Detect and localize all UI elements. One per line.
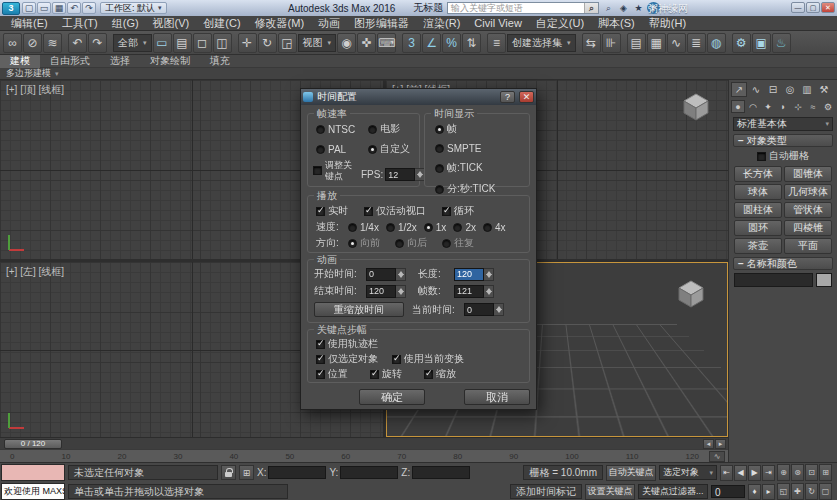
time-slider-button[interactable]: 0 / 120 [4, 439, 62, 449]
helpers-category-icon[interactable]: ⊹ [791, 100, 805, 113]
end-time-value[interactable]: 120 [366, 285, 396, 298]
select-and-move-icon[interactable]: ✛ [238, 33, 257, 53]
min-sec-tick-radio[interactable]: 分:秒:TICK [435, 182, 495, 196]
viewcube[interactable] [682, 92, 710, 122]
go-to-start-button[interactable]: ⇤ [720, 465, 733, 481]
absolute-offset-mode-icon[interactable]: ⊞ [239, 465, 254, 480]
frame-tick-radio[interactable]: 帧:TICK [435, 161, 495, 175]
keyboard-shortcut-override-icon[interactable]: ⌨ [377, 33, 396, 53]
z-coordinate-field[interactable] [412, 466, 470, 479]
motion-tab-icon[interactable]: ◎ [782, 82, 798, 97]
space-warps-category-icon[interactable]: ≈ [806, 100, 820, 113]
menu-create[interactable]: 创建(C) [196, 16, 247, 31]
rotation-checkbox[interactable]: 旋转 [370, 367, 402, 381]
tab-populate[interactable]: 填充 [200, 55, 240, 68]
ok-button[interactable]: 确定 [359, 389, 425, 405]
use-trackbar-checkbox[interactable]: 使用轨迹栏 [316, 337, 378, 351]
selection-filter-dropdown[interactable]: 全部▾ [113, 34, 152, 52]
teapot-button[interactable]: 茶壶 [734, 238, 782, 254]
select-and-scale-icon[interactable]: ◲ [278, 33, 297, 53]
object-type-rollout-header[interactable]: −对象类型 [733, 134, 833, 147]
select-and-manipulate-icon[interactable]: ✜ [357, 33, 376, 53]
orbit-icon[interactable]: ↻ [805, 483, 818, 500]
speed-4x-radio[interactable]: 4x [483, 222, 506, 233]
direction-forward-radio[interactable]: 向前 [348, 236, 380, 250]
pal-radio[interactable]: PAL [316, 142, 368, 156]
menu-civil-view[interactable]: Civil View [467, 16, 528, 31]
zoom-region-icon[interactable]: ◱ [777, 483, 790, 500]
maximize-button[interactable]: ▢ [806, 2, 820, 13]
set-key-button[interactable]: 设置关键点 [585, 484, 635, 500]
cone-button[interactable]: 圆锥体 [784, 166, 832, 182]
fps-value[interactable]: 12 [385, 168, 415, 181]
direction-pingpong-radio[interactable]: 往复 [442, 236, 474, 250]
object-name-field[interactable] [734, 273, 813, 287]
key-mode-toggle-button[interactable]: ♦ [748, 484, 761, 500]
adjust-keys-checkbox[interactable]: 调整关键点 [313, 160, 359, 181]
edit-named-selection-sets-icon[interactable]: ≡ [487, 33, 506, 53]
menu-rendering[interactable]: 渲染(R) [416, 16, 467, 31]
sphere-button[interactable]: 球体 [734, 184, 782, 200]
geosphere-button[interactable]: 几何球体 [784, 184, 832, 200]
reference-coordinate-dropdown[interactable]: 视图▾ [298, 34, 337, 52]
menu-help[interactable]: 帮助(H) [642, 16, 693, 31]
box-button[interactable]: 长方体 [734, 166, 782, 182]
bind-to-space-warp-icon[interactable]: ≋ [43, 33, 62, 53]
name-color-rollout-header[interactable]: −名称和颜色 [733, 257, 833, 270]
utilities-tab-icon[interactable]: ⚒ [816, 82, 832, 97]
smpte-radio[interactable]: SMPTE [435, 143, 495, 154]
menu-customize[interactable]: 自定义(U) [529, 16, 591, 31]
loop-checkbox[interactable]: 循环 [442, 204, 474, 218]
spinner-snap-icon[interactable]: ⇅ [462, 33, 481, 53]
zoom-icon[interactable]: ⊕ [777, 464, 790, 481]
search-icon[interactable]: ⌕ [602, 2, 615, 14]
pyramid-button[interactable]: 四棱锥 [784, 220, 832, 236]
dialog-help-button[interactable]: ? [500, 91, 515, 103]
dialog-close-button[interactable]: ✕ [519, 91, 534, 103]
custom-radio[interactable]: 自定义 [368, 142, 416, 156]
use-current-transform-checkbox[interactable]: 使用当前变换 [392, 352, 464, 366]
cameras-category-icon[interactable]: ◗ [776, 100, 790, 113]
viewport-label-top[interactable]: [+] [顶] [线框] [6, 83, 64, 97]
cylinder-button[interactable]: 圆柱体 [734, 202, 782, 218]
film-radio[interactable]: 电影 [368, 122, 416, 136]
spinner-arrows-icon[interactable] [484, 285, 494, 298]
render-production-icon[interactable]: ♨ [772, 33, 791, 53]
layer-manager-icon[interactable]: ▤ [627, 33, 646, 53]
modify-tab-icon[interactable]: ∿ [748, 82, 764, 97]
infocenter-search-input[interactable]: 输入关键字或短语⌕ [447, 2, 599, 14]
tab-modeling[interactable]: 建模 [0, 55, 40, 68]
close-button[interactable]: ✕ [821, 2, 835, 13]
snap-toggle-3d-icon[interactable]: 3 [402, 33, 421, 53]
torus-button[interactable]: 圆环 [734, 220, 782, 236]
select-and-link-icon[interactable]: ∞ [3, 33, 22, 53]
window-crossing-icon[interactable]: ◫ [213, 33, 232, 53]
menu-views[interactable]: 视图(V) [146, 16, 197, 31]
next-frame-arrow[interactable]: ▸ [715, 439, 726, 449]
tab-freeform[interactable]: 自由形式 [40, 55, 100, 68]
redo-icon[interactable]: ↷ [88, 33, 107, 53]
tab-selection[interactable]: 选择 [100, 55, 140, 68]
active-viewport-only-checkbox[interactable]: 仅活动视口 [364, 204, 426, 218]
undo-icon[interactable]: ↶ [67, 2, 81, 14]
speed-2x-radio[interactable]: 2x [453, 222, 476, 233]
save-file-icon[interactable]: ▦ [52, 2, 66, 14]
start-time-value[interactable]: 0 [366, 268, 396, 281]
unlink-selection-icon[interactable]: ⊘ [23, 33, 42, 53]
schematic-view-icon[interactable]: ≣ [687, 33, 706, 53]
selection-set-dropdown[interactable]: 选定对象▾ [659, 465, 717, 480]
speed-quarter-radio[interactable]: 1/4x [348, 222, 379, 233]
scale-checkbox[interactable]: 缩放 [424, 367, 456, 381]
key-filters-button[interactable]: 关键点过滤器... [638, 484, 708, 499]
real-time-checkbox[interactable]: 实时 [316, 204, 348, 218]
speed-1x-radio[interactable]: 1x [424, 222, 447, 233]
workspace-dropdown[interactable]: 工作区: 默认▾ [100, 2, 167, 14]
max-application-menu-icon[interactable]: 3 [2, 2, 20, 15]
spinner-arrows-icon[interactable] [484, 268, 494, 281]
maxscript-listener-field[interactable]: 欢迎使用 MAXScript [1, 483, 65, 500]
plane-button[interactable]: 平面 [784, 238, 832, 254]
viewcube[interactable] [677, 279, 705, 309]
rescale-time-button[interactable]: 重缩放时间 [314, 302, 404, 317]
polygon-modeling-section[interactable]: 多边形建模▾ [0, 67, 59, 80]
speed-half-radio[interactable]: 1/2x [386, 222, 417, 233]
